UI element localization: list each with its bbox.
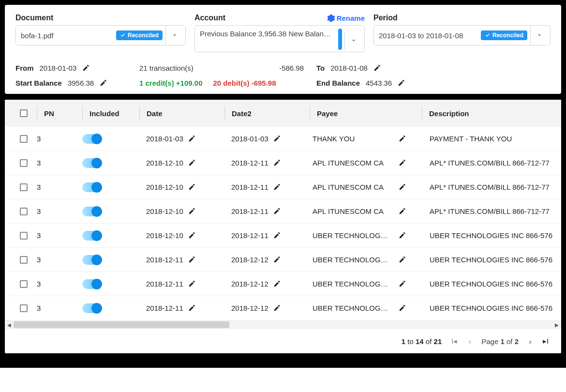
edit-icon[interactable] [399, 280, 406, 287]
chevron-down-icon[interactable] [348, 37, 359, 44]
table-header: PN Included Date Date2 Payee Description [5, 100, 561, 127]
edit-icon[interactable] [188, 256, 195, 263]
included-toggle[interactable] [82, 255, 102, 265]
table-row[interactable]: 32018-12-112018-12-12UBER TECHNOLOG…UBER… [5, 296, 561, 320]
period-value: 2018-01-03 to 2018-01-08 [379, 31, 478, 40]
included-toggle[interactable] [82, 279, 102, 289]
check-icon [120, 32, 126, 38]
gear-icon [328, 15, 335, 22]
edit-icon[interactable] [399, 159, 406, 166]
edit-icon[interactable] [188, 280, 195, 287]
cell-payee: UBER TECHNOLOG… [313, 280, 394, 288]
table-row[interactable]: 32018-12-112018-12-12UBER TECHNOLOG…UBER… [5, 248, 561, 272]
included-toggle[interactable] [82, 303, 102, 313]
edit-icon[interactable] [399, 256, 406, 263]
edit-icon[interactable] [188, 232, 195, 239]
next-page-icon[interactable]: › [526, 337, 534, 346]
credits-summary: 1 credit(s) +109.00 [139, 79, 203, 87]
scrollbar-thumb[interactable] [338, 29, 342, 50]
pagination: 1 to 14 of 21 I◂ ‹ Page 1 of 2 › ▸I [5, 329, 561, 353]
row-checkbox[interactable] [20, 304, 28, 312]
cell-pn: 3 [37, 159, 41, 167]
col-date[interactable]: Date [147, 109, 163, 118]
row-checkbox[interactable] [20, 183, 28, 191]
cell-date2: 2018-12-11 [231, 231, 268, 240]
cell-payee: UBER TECHNOLOG… [313, 231, 394, 240]
from-label: From [15, 64, 34, 72]
edit-icon[interactable] [398, 79, 405, 87]
col-pn[interactable]: PN [44, 109, 54, 118]
col-payee[interactable]: Payee [317, 109, 338, 118]
row-checkbox[interactable] [20, 232, 28, 240]
rename-link[interactable]: Rename [328, 14, 365, 22]
row-checkbox[interactable] [20, 256, 28, 264]
row-checkbox[interactable] [20, 208, 28, 215]
edit-icon[interactable] [399, 232, 406, 239]
col-date2[interactable]: Date2 [232, 109, 252, 118]
scroll-left-icon[interactable]: ◀ [6, 321, 13, 328]
first-page-icon[interactable]: I◂ [450, 337, 458, 346]
edit-icon[interactable] [273, 304, 281, 312]
included-toggle[interactable] [82, 158, 102, 168]
edit-icon[interactable] [373, 64, 381, 72]
cell-date: 2018-12-10 [146, 231, 183, 240]
edit-icon[interactable] [399, 135, 406, 142]
included-toggle[interactable] [82, 207, 102, 216]
select-all-checkbox[interactable] [20, 109, 28, 117]
table-row[interactable]: 32018-12-102018-12-11UBER TECHNOLOG…UBER… [5, 224, 561, 248]
table-row[interactable]: 32018-12-102018-12-11APL ITUNESCOM CAAPL… [5, 199, 561, 224]
edit-icon[interactable] [273, 183, 281, 191]
chevron-down-icon[interactable] [534, 32, 545, 39]
edit-icon[interactable] [82, 64, 89, 72]
table-row[interactable]: 32018-01-032018-01-03THANK YOUPAYMENT - … [5, 127, 561, 151]
from-value: 2018-01-03 [40, 64, 77, 72]
edit-icon[interactable] [273, 208, 281, 215]
edit-icon[interactable] [188, 304, 195, 312]
to-label: To [316, 64, 325, 72]
cell-date: 2018-12-11 [146, 304, 183, 312]
last-page-icon[interactable]: ▸I [542, 337, 550, 346]
col-included[interactable]: Included [89, 109, 119, 118]
scroll-right-icon[interactable]: ▶ [553, 321, 560, 328]
end-balance-label: End Balance [316, 79, 360, 87]
account-select[interactable]: Previous Balance 3,956.38 New Balan… [194, 25, 365, 52]
edit-icon[interactable] [273, 280, 281, 287]
included-toggle[interactable] [82, 231, 102, 241]
horizontal-scrollbar[interactable]: ◀ ▶ [5, 320, 561, 329]
period-select[interactable]: 2018-01-03 to 2018-01-08 Reconciled [373, 25, 551, 45]
table-row[interactable]: 32018-12-102018-12-11APL ITUNESCOM CAAPL… [5, 151, 561, 175]
net-amount: -586.98 [279, 64, 304, 72]
edit-icon[interactable] [399, 208, 406, 215]
edit-icon[interactable] [273, 256, 281, 263]
edit-icon[interactable] [188, 135, 195, 142]
edit-icon[interactable] [273, 232, 281, 239]
cell-description: PAYMENT - THANK YOU [430, 135, 512, 143]
col-description[interactable]: Description [429, 109, 469, 118]
cell-pn: 3 [37, 280, 41, 288]
edit-icon[interactable] [273, 135, 281, 142]
debits-summary: 20 debit(s) -695.98 [213, 79, 276, 87]
edit-icon[interactable] [399, 304, 406, 312]
filters-panel: Document bofa-1.pdf Reconciled [5, 5, 561, 94]
start-balance-value: 3956.38 [68, 79, 94, 87]
edit-icon[interactable] [100, 79, 107, 87]
prev-page-icon[interactable]: ‹ [466, 337, 474, 346]
included-toggle[interactable] [82, 182, 102, 192]
table-row[interactable]: 32018-12-112018-12-12UBER TECHNOLOG…UBER… [5, 272, 561, 296]
edit-icon[interactable] [399, 183, 406, 191]
edit-icon[interactable] [188, 183, 195, 191]
table-row[interactable]: 32018-12-102018-12-11APL ITUNESCOM CAAPL… [5, 175, 561, 199]
row-checkbox[interactable] [20, 280, 28, 288]
edit-icon[interactable] [188, 159, 195, 166]
included-toggle[interactable] [82, 134, 102, 144]
row-checkbox[interactable] [20, 135, 28, 143]
edit-icon[interactable] [273, 159, 281, 166]
cell-date: 2018-12-11 [146, 280, 183, 288]
edit-icon[interactable] [188, 208, 195, 215]
chevron-down-icon[interactable] [169, 32, 180, 39]
row-checkbox[interactable] [20, 159, 28, 167]
scrollbar-thumb[interactable] [14, 321, 229, 328]
cell-pn: 3 [37, 231, 41, 240]
document-select[interactable]: bofa-1.pdf Reconciled [15, 25, 186, 45]
cell-date: 2018-12-10 [146, 207, 183, 215]
